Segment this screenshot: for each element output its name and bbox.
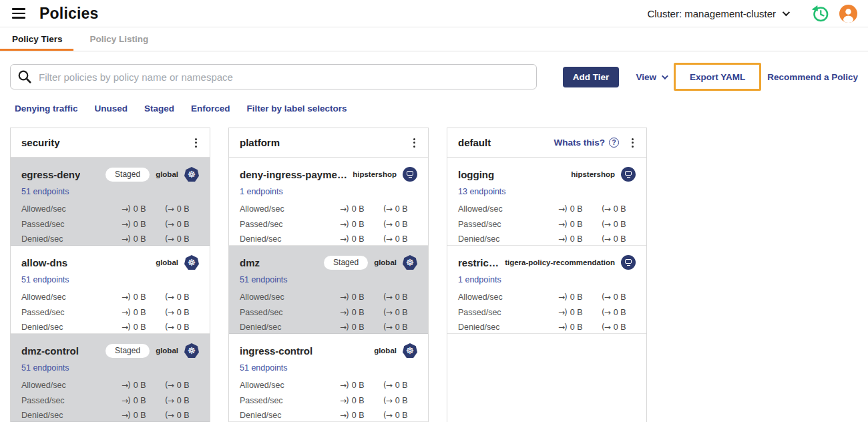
egress-arrow-icon: (→ [602, 204, 610, 214]
metric-values: →)0 B(→0 B [340, 411, 417, 420]
ingress-value-group: →)0 B [122, 381, 156, 390]
policy-card[interactable]: dmzStagedglobal☸51 endpointsAllowed/sec→… [229, 246, 428, 334]
endpoints-link[interactable]: 1 endpoints [458, 275, 501, 284]
egress-arrow-icon: (→ [602, 234, 610, 244]
metric-values: →)0 B(→0 B [122, 234, 199, 244]
metric-label: Denied/sec [21, 234, 63, 244]
metric-label: Allowed/sec [240, 381, 284, 390]
endpoints-link[interactable]: 51 endpoints [21, 363, 69, 373]
policy-filter-input[interactable] [10, 64, 537, 89]
filter-denying-traffic[interactable]: Denying traffic [15, 103, 78, 114]
ingress-arrow-icon: →) [122, 308, 130, 317]
ingress-arrow-icon: →) [340, 292, 349, 302]
egress-value: 0 B [614, 308, 626, 317]
policy-name: restricted [458, 257, 499, 268]
namespace-scope-icon-glyph [407, 171, 413, 176]
scope-label: global [374, 258, 397, 266]
policy-card[interactable]: allow-dnsglobal☸51 endpointsAllowed/sec→… [11, 246, 210, 334]
policy-name: dmz [240, 257, 260, 268]
policy-card-badges: hipstershop [347, 167, 417, 182]
filter-staged[interactable]: Staged [144, 103, 174, 114]
add-tier-button[interactable]: Add Tier [563, 67, 620, 87]
egress-arrow-icon: (→ [383, 411, 392, 420]
tier-menu-kebab-icon[interactable] [628, 136, 637, 150]
tab-policy-tiers[interactable]: Policy Tiers [11, 27, 64, 51]
cluster-selector[interactable]: Cluster: management-cluster [647, 8, 788, 19]
ingress-value: 0 B [352, 411, 365, 420]
user-avatar-icon[interactable] [839, 4, 857, 23]
global-scope-kubernetes-icon: ☸ [403, 255, 417, 270]
policy-card[interactable]: ingress-controlglobal☸51 endpointsAllowe… [229, 334, 428, 422]
export-yaml-button[interactable]: Export YAML [674, 63, 761, 91]
egress-value-group: (→0 B [383, 234, 417, 244]
egress-value: 0 B [614, 234, 626, 244]
ingress-value-group: →)0 B [340, 308, 374, 317]
egress-arrow-icon: (→ [602, 220, 610, 229]
egress-value-group: (→0 B [165, 381, 199, 390]
ingress-value-group: →)0 B [122, 204, 156, 214]
tier-header: platform [229, 128, 428, 158]
metric-values: →)0 B(→0 B [122, 292, 199, 302]
policy-card[interactable]: egress-denyStagedglobal☸51 endpointsAllo… [11, 158, 210, 246]
ingress-value-group: →)0 B [340, 234, 374, 244]
tier-menu-kebab-icon[interactable] [192, 136, 200, 150]
metric-values: →)0 B(→0 B [558, 220, 636, 229]
endpoints-link[interactable]: 13 endpoints [458, 187, 506, 196]
egress-value-group: (→0 B [165, 308, 199, 317]
policy-name: allow-dns [21, 257, 67, 268]
policy-card[interactable]: dmz-controlStagedglobal☸51 endpointsAllo… [11, 334, 210, 422]
endpoints-link[interactable]: 51 endpoints [240, 275, 288, 284]
policy-card[interactable]: restrictedtigera-policy-recommendation1 … [447, 246, 646, 334]
ingress-value: 0 B [352, 323, 365, 332]
tab-policy-listing[interactable]: Policy Listing [89, 27, 150, 51]
ingress-value: 0 B [134, 411, 146, 420]
ingress-value: 0 B [570, 234, 583, 244]
metric-label: Passed/sec [21, 396, 65, 405]
tier-cards: logginghipstershop13 endpointsAllowed/se… [447, 158, 646, 334]
metric-row: Passed/sec→)0 B(→0 B [240, 217, 417, 232]
ingress-value-group: →)0 B [558, 308, 592, 317]
ingress-arrow-icon: →) [340, 234, 349, 244]
ingress-value-group: →)0 B [340, 396, 374, 405]
tier-cards: deny-ingress-paymentservi...hipstershop1… [229, 158, 428, 422]
recommend-policy-button[interactable]: Recommend a Policy [767, 72, 858, 82]
metric-label: Denied/sec [240, 234, 282, 244]
endpoints-link[interactable]: 51 endpoints [240, 363, 288, 373]
policy-card[interactable]: deny-ingress-paymentservi...hipstershop1… [229, 158, 428, 246]
whats-this-link[interactable]: Whats this? ? [554, 138, 620, 148]
policy-card-badges: Stagedglobal☸ [318, 255, 417, 270]
tier-name: security [21, 137, 60, 148]
ingress-arrow-icon: →) [558, 292, 567, 302]
tier-header: default Whats this? ? [447, 128, 646, 158]
metric-row: Allowed/sec→)0 B(→0 B [240, 378, 417, 393]
ingress-value-group: →)0 B [122, 308, 156, 317]
ingress-arrow-icon: →) [122, 220, 130, 229]
endpoints-link[interactable]: 51 endpoints [21, 187, 69, 196]
ingress-arrow-icon: →) [558, 323, 567, 332]
filter-unused[interactable]: Unused [95, 103, 128, 114]
metric-values: →)0 B(→0 B [340, 308, 417, 317]
menu-icon[interactable] [11, 7, 27, 20]
filter-by-label-selectors[interactable]: Filter by label selectors [247, 103, 347, 114]
ingress-value: 0 B [134, 220, 146, 229]
metric-label: Allowed/sec [21, 381, 66, 390]
egress-value: 0 B [395, 411, 408, 420]
view-dropdown-button[interactable]: View [636, 72, 666, 82]
egress-value-group: (→0 B [383, 220, 417, 229]
filter-enforced[interactable]: Enforced [191, 103, 230, 114]
policy-card[interactable]: logginghipstershop13 endpointsAllowed/se… [447, 158, 646, 246]
metric-row: Allowed/sec→)0 B(→0 B [458, 290, 636, 305]
metric-values: →)0 B(→0 B [122, 308, 199, 317]
global-scope-kubernetes-icon: ☸ [184, 343, 199, 358]
egress-value: 0 B [395, 292, 408, 302]
egress-arrow-icon: (→ [165, 292, 174, 302]
ingress-arrow-icon: →) [558, 220, 567, 229]
history-icon[interactable] [811, 4, 829, 23]
endpoints-link[interactable]: 1 endpoints [240, 187, 283, 196]
tier-menu-kebab-icon[interactable] [410, 136, 419, 150]
metric-values: →)0 B(→0 B [122, 220, 199, 229]
egress-value-group: (→0 B [165, 204, 199, 214]
ingress-value-group: →)0 B [340, 323, 374, 332]
endpoints-link[interactable]: 51 endpoints [21, 275, 69, 284]
metric-values: →)0 B(→0 B [558, 234, 636, 244]
